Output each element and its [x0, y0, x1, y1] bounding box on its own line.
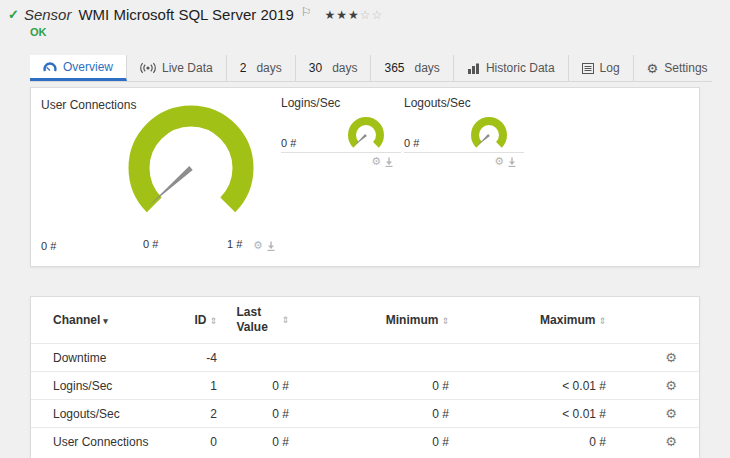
- gauge-settings-icon[interactable]: ⚙: [253, 239, 263, 252]
- tab-label: days: [256, 61, 281, 75]
- col-header-maximum[interactable]: Maximum⇕: [449, 313, 606, 327]
- main-gauge-scale-max: 1 #: [227, 238, 242, 250]
- tab-label: days: [415, 61, 440, 75]
- channel-minimum: 0 #: [289, 435, 449, 449]
- gauge-needle: [149, 166, 193, 206]
- channel-minimum: 0 #: [289, 379, 449, 393]
- channel-last-value: 0 #: [217, 435, 289, 449]
- gauge-settings-icon[interactable]: ⚙: [371, 155, 381, 168]
- user-connections-gauge: [116, 102, 266, 220]
- mini-gauge-title: Logins/Sec: [281, 96, 401, 110]
- priority-stars[interactable]: ★★★☆☆: [325, 8, 384, 22]
- tab-label: days: [332, 61, 357, 75]
- table-row-logins-sec[interactable]: Logins/Sec 1 0 # 0 # < 0.01 # ⚙: [31, 371, 699, 399]
- channel-maximum: 0 #: [449, 435, 606, 449]
- sensor-type-label: Sensor: [24, 6, 72, 23]
- channel-settings-icon[interactable]: ⚙: [665, 378, 677, 393]
- channel-name: Logins/Sec: [53, 379, 183, 393]
- col-header-id[interactable]: ID⇕: [183, 313, 217, 327]
- page: ✓ Sensor WMI Microsoft SQL Server 2019 ⚐…: [0, 0, 730, 458]
- tab-bar: Overview Live Data 2 days 30 days 365 da…: [30, 55, 712, 82]
- page-title: WMI Microsoft SQL Server 2019: [78, 6, 293, 23]
- channel-id: 1: [183, 379, 217, 393]
- sort-desc-icon: ▾: [103, 316, 108, 326]
- flag-icon[interactable]: ⚐: [301, 6, 312, 18]
- col-header-minimum[interactable]: Minimum⇕: [289, 313, 449, 327]
- channel-name: User Connections: [53, 435, 183, 449]
- channel-id: 2: [183, 407, 217, 421]
- sort-icon: ⇕: [281, 315, 289, 325]
- tab-365-days[interactable]: 365 days: [371, 55, 453, 81]
- sort-icon: ⇕: [598, 316, 606, 326]
- col-label: Minimum: [386, 313, 439, 327]
- broadcast-icon: [140, 62, 156, 74]
- channel-name: Downtime: [53, 351, 183, 365]
- main-gauge-value: 0 #: [41, 240, 56, 252]
- table-row-logouts-sec[interactable]: Logouts/Sec 2 0 # 0 # < 0.01 # ⚙: [31, 399, 699, 427]
- tab-log[interactable]: Log: [569, 55, 634, 81]
- channel-maximum: < 0.01 #: [449, 407, 606, 421]
- sort-icon: ⇕: [441, 316, 449, 326]
- channel-id: -4: [183, 351, 217, 365]
- gear-icon: ⚙: [647, 61, 659, 76]
- main-gauge-scale-min: 0 #: [143, 238, 158, 250]
- status-badge: OK: [30, 26, 722, 38]
- sensor-header: ✓ Sensor WMI Microsoft SQL Server 2019 ⚐…: [8, 6, 722, 38]
- tab-label: Overview: [63, 60, 113, 74]
- channel-settings-icon[interactable]: ⚙: [665, 350, 677, 365]
- ok-check-icon: ✓: [8, 7, 19, 22]
- gauge-pin-icon[interactable]: [385, 157, 393, 167]
- col-header-last-value[interactable]: Last Value⇕: [217, 305, 289, 335]
- table-header-row: Channel▾ ID⇕ Last Value⇕ Minimum⇕ Maximu…: [31, 297, 699, 343]
- col-label: Last Value: [236, 305, 278, 335]
- gauges-panel: User Connections 0 # 0 # 1 # ⚙ Logins/Se…: [30, 87, 700, 267]
- stars-empty: ☆☆: [360, 8, 384, 22]
- tab-number: 30: [309, 61, 322, 75]
- tab-number: 365: [384, 61, 404, 75]
- gauge-pin-icon[interactable]: [267, 241, 275, 251]
- col-label: Maximum: [540, 313, 595, 327]
- gauge-icon: [43, 62, 57, 72]
- tab-historic-data[interactable]: Historic Data: [454, 55, 569, 81]
- gauge-pin-icon[interactable]: [508, 157, 516, 167]
- channel-table: Channel▾ ID⇕ Last Value⇕ Minimum⇕ Maximu…: [30, 296, 700, 458]
- stars-filled: ★★★: [325, 8, 360, 22]
- tab-label: Log: [600, 61, 620, 75]
- mini-gauge-title: Logouts/Sec: [404, 96, 524, 110]
- col-header-channel[interactable]: Channel▾: [53, 313, 183, 327]
- channel-minimum: 0 #: [289, 407, 449, 421]
- logouts-gauge: [466, 116, 512, 152]
- tab-overview[interactable]: Overview: [30, 55, 127, 81]
- tab-label: Live Data: [162, 61, 213, 75]
- col-label: Channel: [53, 313, 100, 327]
- col-label: ID: [194, 313, 206, 327]
- tab-settings[interactable]: ⚙ Settings: [634, 55, 721, 81]
- channel-id: 0: [183, 435, 217, 449]
- gauge-settings-icon[interactable]: ⚙: [494, 155, 504, 168]
- table-row-downtime[interactable]: Downtime -4 ⚙: [31, 343, 699, 371]
- channel-maximum: < 0.01 #: [449, 379, 606, 393]
- tab-label: Historic Data: [486, 61, 555, 75]
- tab-30-days[interactable]: 30 days: [296, 55, 372, 81]
- tab-2-days[interactable]: 2 days: [227, 55, 296, 81]
- log-list-icon: [582, 63, 594, 74]
- tab-live-data[interactable]: Live Data: [127, 55, 227, 81]
- channel-settings-icon[interactable]: ⚙: [665, 406, 677, 421]
- channel-settings-icon[interactable]: ⚙: [665, 434, 677, 449]
- channel-last-value: 0 #: [217, 407, 289, 421]
- mini-gauge-value: 0 #: [281, 137, 296, 149]
- channel-name: Logouts/Sec: [53, 407, 183, 421]
- tab-label: Settings: [664, 61, 707, 75]
- mini-gauge-value: 0 #: [404, 137, 419, 149]
- channel-last-value: 0 #: [217, 379, 289, 393]
- table-row-user-connections[interactable]: User Connections 0 0 # 0 # 0 # ⚙: [31, 427, 699, 455]
- bar-chart-icon: [467, 63, 480, 74]
- logins-gauge: [343, 116, 389, 152]
- mini-gauge-logouts: Logouts/Sec 0 # ⚙: [404, 96, 524, 168]
- tab-number: 2: [240, 61, 247, 75]
- mini-gauge-logins: Logins/Sec 0 # ⚙: [281, 96, 401, 168]
- sort-icon: ⇕: [209, 316, 217, 326]
